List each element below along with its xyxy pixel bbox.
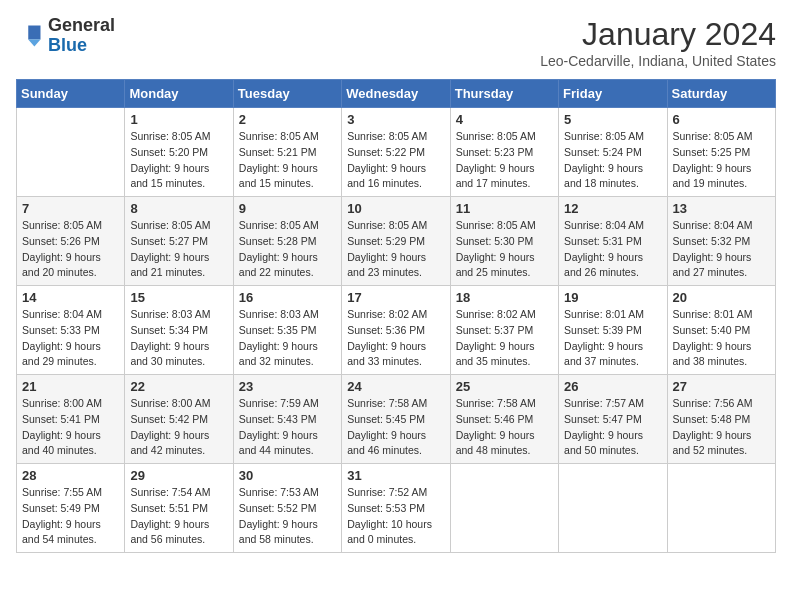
- calendar-cell: 15Sunrise: 8:03 AMSunset: 5:34 PMDayligh…: [125, 286, 233, 375]
- calendar-cell: 20Sunrise: 8:01 AMSunset: 5:40 PMDayligh…: [667, 286, 775, 375]
- header-day-tuesday: Tuesday: [233, 80, 341, 108]
- calendar-header: SundayMondayTuesdayWednesdayThursdayFrid…: [17, 80, 776, 108]
- day-info: Sunrise: 7:59 AMSunset: 5:43 PMDaylight:…: [239, 396, 336, 459]
- calendar-cell: 7Sunrise: 8:05 AMSunset: 5:26 PMDaylight…: [17, 197, 125, 286]
- day-info: Sunrise: 8:02 AMSunset: 5:36 PMDaylight:…: [347, 307, 444, 370]
- day-number: 2: [239, 112, 336, 127]
- day-info: Sunrise: 8:05 AMSunset: 5:26 PMDaylight:…: [22, 218, 119, 281]
- day-number: 30: [239, 468, 336, 483]
- calendar-cell: 1Sunrise: 8:05 AMSunset: 5:20 PMDaylight…: [125, 108, 233, 197]
- calendar-cell: 26Sunrise: 7:57 AMSunset: 5:47 PMDayligh…: [559, 375, 667, 464]
- day-number: 18: [456, 290, 553, 305]
- week-row-2: 14Sunrise: 8:04 AMSunset: 5:33 PMDayligh…: [17, 286, 776, 375]
- day-number: 28: [22, 468, 119, 483]
- day-info: Sunrise: 7:58 AMSunset: 5:46 PMDaylight:…: [456, 396, 553, 459]
- calendar-cell: 16Sunrise: 8:03 AMSunset: 5:35 PMDayligh…: [233, 286, 341, 375]
- day-number: 8: [130, 201, 227, 216]
- day-number: 21: [22, 379, 119, 394]
- day-info: Sunrise: 8:01 AMSunset: 5:39 PMDaylight:…: [564, 307, 661, 370]
- day-info: Sunrise: 8:05 AMSunset: 5:20 PMDaylight:…: [130, 129, 227, 192]
- day-info: Sunrise: 8:04 AMSunset: 5:32 PMDaylight:…: [673, 218, 770, 281]
- calendar-cell: 25Sunrise: 7:58 AMSunset: 5:46 PMDayligh…: [450, 375, 558, 464]
- day-number: 13: [673, 201, 770, 216]
- day-info: Sunrise: 8:00 AMSunset: 5:42 PMDaylight:…: [130, 396, 227, 459]
- day-info: Sunrise: 8:05 AMSunset: 5:25 PMDaylight:…: [673, 129, 770, 192]
- calendar-cell: 5Sunrise: 8:05 AMSunset: 5:24 PMDaylight…: [559, 108, 667, 197]
- calendar-cell: 27Sunrise: 7:56 AMSunset: 5:48 PMDayligh…: [667, 375, 775, 464]
- day-number: 19: [564, 290, 661, 305]
- calendar-cell: 6Sunrise: 8:05 AMSunset: 5:25 PMDaylight…: [667, 108, 775, 197]
- day-info: Sunrise: 8:05 AMSunset: 5:29 PMDaylight:…: [347, 218, 444, 281]
- calendar-cell: 13Sunrise: 8:04 AMSunset: 5:32 PMDayligh…: [667, 197, 775, 286]
- day-number: 10: [347, 201, 444, 216]
- calendar-cell: [667, 464, 775, 553]
- day-info: Sunrise: 8:03 AMSunset: 5:35 PMDaylight:…: [239, 307, 336, 370]
- calendar-cell: [450, 464, 558, 553]
- logo-line1: General: [48, 15, 115, 35]
- day-info: Sunrise: 8:04 AMSunset: 5:33 PMDaylight:…: [22, 307, 119, 370]
- day-number: 20: [673, 290, 770, 305]
- logo-line2: Blue: [48, 35, 87, 55]
- day-info: Sunrise: 8:05 AMSunset: 5:23 PMDaylight:…: [456, 129, 553, 192]
- calendar-cell: 10Sunrise: 8:05 AMSunset: 5:29 PMDayligh…: [342, 197, 450, 286]
- day-info: Sunrise: 8:05 AMSunset: 5:30 PMDaylight:…: [456, 218, 553, 281]
- calendar-subtitle: Leo-Cedarville, Indiana, United States: [540, 53, 776, 69]
- day-number: 25: [456, 379, 553, 394]
- day-info: Sunrise: 8:05 AMSunset: 5:22 PMDaylight:…: [347, 129, 444, 192]
- day-info: Sunrise: 8:05 AMSunset: 5:24 PMDaylight:…: [564, 129, 661, 192]
- calendar-body: 1Sunrise: 8:05 AMSunset: 5:20 PMDaylight…: [17, 108, 776, 553]
- day-number: 5: [564, 112, 661, 127]
- calendar-cell: 14Sunrise: 8:04 AMSunset: 5:33 PMDayligh…: [17, 286, 125, 375]
- day-info: Sunrise: 8:02 AMSunset: 5:37 PMDaylight:…: [456, 307, 553, 370]
- calendar-cell: 24Sunrise: 7:58 AMSunset: 5:45 PMDayligh…: [342, 375, 450, 464]
- svg-marker-1: [28, 25, 40, 39]
- day-number: 23: [239, 379, 336, 394]
- calendar-cell: 9Sunrise: 8:05 AMSunset: 5:28 PMDaylight…: [233, 197, 341, 286]
- logo: General Blue: [16, 16, 115, 56]
- header-day-saturday: Saturday: [667, 80, 775, 108]
- day-number: 16: [239, 290, 336, 305]
- day-info: Sunrise: 8:04 AMSunset: 5:31 PMDaylight:…: [564, 218, 661, 281]
- day-number: 29: [130, 468, 227, 483]
- calendar-cell: 18Sunrise: 8:02 AMSunset: 5:37 PMDayligh…: [450, 286, 558, 375]
- day-info: Sunrise: 8:03 AMSunset: 5:34 PMDaylight:…: [130, 307, 227, 370]
- page-header: General Blue January 2024 Leo-Cedarville…: [16, 16, 776, 69]
- title-block: January 2024 Leo-Cedarville, Indiana, Un…: [540, 16, 776, 69]
- day-info: Sunrise: 8:05 AMSunset: 5:28 PMDaylight:…: [239, 218, 336, 281]
- day-info: Sunrise: 7:57 AMSunset: 5:47 PMDaylight:…: [564, 396, 661, 459]
- day-number: 17: [347, 290, 444, 305]
- day-info: Sunrise: 7:56 AMSunset: 5:48 PMDaylight:…: [673, 396, 770, 459]
- calendar-cell: 4Sunrise: 8:05 AMSunset: 5:23 PMDaylight…: [450, 108, 558, 197]
- day-number: 4: [456, 112, 553, 127]
- day-number: 22: [130, 379, 227, 394]
- week-row-3: 21Sunrise: 8:00 AMSunset: 5:41 PMDayligh…: [17, 375, 776, 464]
- day-info: Sunrise: 7:54 AMSunset: 5:51 PMDaylight:…: [130, 485, 227, 548]
- day-number: 14: [22, 290, 119, 305]
- day-number: 27: [673, 379, 770, 394]
- day-number: 15: [130, 290, 227, 305]
- calendar-cell: 12Sunrise: 8:04 AMSunset: 5:31 PMDayligh…: [559, 197, 667, 286]
- header-day-wednesday: Wednesday: [342, 80, 450, 108]
- calendar-cell: 3Sunrise: 8:05 AMSunset: 5:22 PMDaylight…: [342, 108, 450, 197]
- day-number: 1: [130, 112, 227, 127]
- logo-text: General Blue: [48, 16, 115, 56]
- day-number: 6: [673, 112, 770, 127]
- logo-icon: [16, 22, 44, 50]
- day-number: 3: [347, 112, 444, 127]
- header-day-friday: Friday: [559, 80, 667, 108]
- day-info: Sunrise: 7:52 AMSunset: 5:53 PMDaylight:…: [347, 485, 444, 548]
- day-info: Sunrise: 7:58 AMSunset: 5:45 PMDaylight:…: [347, 396, 444, 459]
- calendar-title: January 2024: [540, 16, 776, 53]
- week-row-4: 28Sunrise: 7:55 AMSunset: 5:49 PMDayligh…: [17, 464, 776, 553]
- calendar-cell: [559, 464, 667, 553]
- calendar-cell: 17Sunrise: 8:02 AMSunset: 5:36 PMDayligh…: [342, 286, 450, 375]
- day-info: Sunrise: 7:53 AMSunset: 5:52 PMDaylight:…: [239, 485, 336, 548]
- header-row: SundayMondayTuesdayWednesdayThursdayFrid…: [17, 80, 776, 108]
- day-number: 26: [564, 379, 661, 394]
- day-info: Sunrise: 8:01 AMSunset: 5:40 PMDaylight:…: [673, 307, 770, 370]
- day-number: 12: [564, 201, 661, 216]
- calendar-cell: 19Sunrise: 8:01 AMSunset: 5:39 PMDayligh…: [559, 286, 667, 375]
- calendar-cell: 28Sunrise: 7:55 AMSunset: 5:49 PMDayligh…: [17, 464, 125, 553]
- header-day-sunday: Sunday: [17, 80, 125, 108]
- calendar-cell: 21Sunrise: 8:00 AMSunset: 5:41 PMDayligh…: [17, 375, 125, 464]
